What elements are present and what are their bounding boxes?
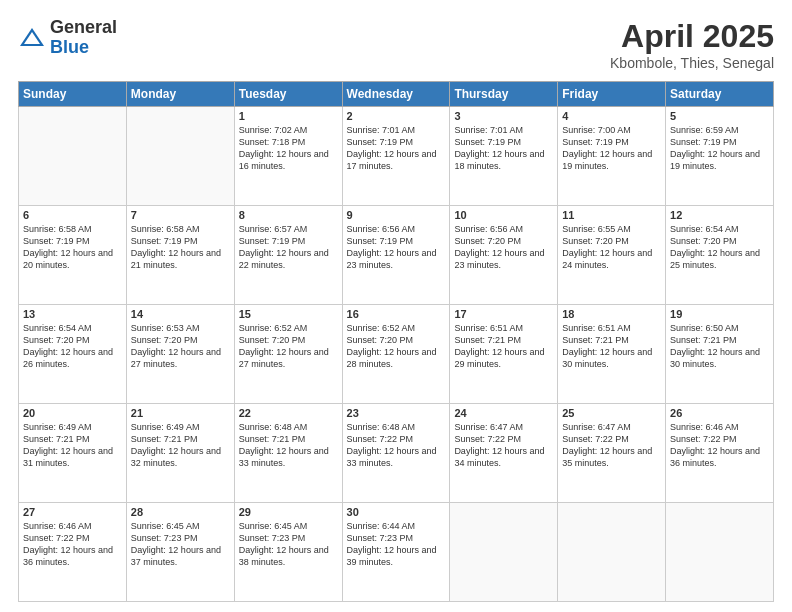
day-info: Sunrise: 6:56 AMSunset: 7:20 PMDaylight:… <box>454 223 553 272</box>
day-info: Sunrise: 7:02 AMSunset: 7:18 PMDaylight:… <box>239 124 338 173</box>
calendar-week-4: 20Sunrise: 6:49 AMSunset: 7:21 PMDayligh… <box>19 404 774 503</box>
calendar-cell <box>450 503 558 602</box>
day-info: Sunrise: 6:49 AMSunset: 7:21 PMDaylight:… <box>23 421 122 470</box>
day-info: Sunrise: 6:45 AMSunset: 7:23 PMDaylight:… <box>239 520 338 569</box>
day-number: 13 <box>23 308 122 320</box>
day-number: 6 <box>23 209 122 221</box>
calendar-cell: 10Sunrise: 6:56 AMSunset: 7:20 PMDayligh… <box>450 206 558 305</box>
day-number: 16 <box>347 308 446 320</box>
day-number: 12 <box>670 209 769 221</box>
day-number: 29 <box>239 506 338 518</box>
day-number: 1 <box>239 110 338 122</box>
day-number: 23 <box>347 407 446 419</box>
calendar-cell: 29Sunrise: 6:45 AMSunset: 7:23 PMDayligh… <box>234 503 342 602</box>
day-info: Sunrise: 6:53 AMSunset: 7:20 PMDaylight:… <box>131 322 230 371</box>
calendar-cell: 17Sunrise: 6:51 AMSunset: 7:21 PMDayligh… <box>450 305 558 404</box>
day-info: Sunrise: 6:51 AMSunset: 7:21 PMDaylight:… <box>562 322 661 371</box>
day-info: Sunrise: 6:46 AMSunset: 7:22 PMDaylight:… <box>23 520 122 569</box>
day-info: Sunrise: 6:52 AMSunset: 7:20 PMDaylight:… <box>239 322 338 371</box>
calendar-cell: 2Sunrise: 7:01 AMSunset: 7:19 PMDaylight… <box>342 107 450 206</box>
calendar-cell: 20Sunrise: 6:49 AMSunset: 7:21 PMDayligh… <box>19 404 127 503</box>
calendar-cell: 4Sunrise: 7:00 AMSunset: 7:19 PMDaylight… <box>558 107 666 206</box>
calendar-cell: 21Sunrise: 6:49 AMSunset: 7:21 PMDayligh… <box>126 404 234 503</box>
day-info: Sunrise: 6:45 AMSunset: 7:23 PMDaylight:… <box>131 520 230 569</box>
day-number: 25 <box>562 407 661 419</box>
calendar-cell: 5Sunrise: 6:59 AMSunset: 7:19 PMDaylight… <box>666 107 774 206</box>
weekday-header-wednesday: Wednesday <box>342 82 450 107</box>
weekday-header-thursday: Thursday <box>450 82 558 107</box>
day-number: 18 <box>562 308 661 320</box>
calendar-cell: 19Sunrise: 6:50 AMSunset: 7:21 PMDayligh… <box>666 305 774 404</box>
day-info: Sunrise: 6:46 AMSunset: 7:22 PMDaylight:… <box>670 421 769 470</box>
calendar-cell: 23Sunrise: 6:48 AMSunset: 7:22 PMDayligh… <box>342 404 450 503</box>
month-title: April 2025 <box>610 18 774 55</box>
day-info: Sunrise: 6:47 AMSunset: 7:22 PMDaylight:… <box>562 421 661 470</box>
page: General Blue April 2025 Kbombole, Thies,… <box>0 0 792 612</box>
calendar-cell: 12Sunrise: 6:54 AMSunset: 7:20 PMDayligh… <box>666 206 774 305</box>
title-block: April 2025 Kbombole, Thies, Senegal <box>610 18 774 71</box>
day-info: Sunrise: 6:54 AMSunset: 7:20 PMDaylight:… <box>23 322 122 371</box>
weekday-header-tuesday: Tuesday <box>234 82 342 107</box>
day-number: 30 <box>347 506 446 518</box>
day-info: Sunrise: 6:55 AMSunset: 7:20 PMDaylight:… <box>562 223 661 272</box>
calendar-cell: 1Sunrise: 7:02 AMSunset: 7:18 PMDaylight… <box>234 107 342 206</box>
weekday-header-sunday: Sunday <box>19 82 127 107</box>
day-number: 26 <box>670 407 769 419</box>
calendar-cell <box>666 503 774 602</box>
calendar-cell: 27Sunrise: 6:46 AMSunset: 7:22 PMDayligh… <box>19 503 127 602</box>
calendar-cell: 3Sunrise: 7:01 AMSunset: 7:19 PMDaylight… <box>450 107 558 206</box>
calendar-cell: 18Sunrise: 6:51 AMSunset: 7:21 PMDayligh… <box>558 305 666 404</box>
day-info: Sunrise: 7:00 AMSunset: 7:19 PMDaylight:… <box>562 124 661 173</box>
header: General Blue April 2025 Kbombole, Thies,… <box>18 18 774 71</box>
day-info: Sunrise: 6:49 AMSunset: 7:21 PMDaylight:… <box>131 421 230 470</box>
day-number: 22 <box>239 407 338 419</box>
calendar-cell: 9Sunrise: 6:56 AMSunset: 7:19 PMDaylight… <box>342 206 450 305</box>
day-number: 2 <box>347 110 446 122</box>
location-subtitle: Kbombole, Thies, Senegal <box>610 55 774 71</box>
day-number: 19 <box>670 308 769 320</box>
calendar-week-2: 6Sunrise: 6:58 AMSunset: 7:19 PMDaylight… <box>19 206 774 305</box>
logo-icon <box>18 24 46 52</box>
calendar-body: 1Sunrise: 7:02 AMSunset: 7:18 PMDaylight… <box>19 107 774 602</box>
day-info: Sunrise: 6:58 AMSunset: 7:19 PMDaylight:… <box>23 223 122 272</box>
day-number: 4 <box>562 110 661 122</box>
day-info: Sunrise: 6:56 AMSunset: 7:19 PMDaylight:… <box>347 223 446 272</box>
day-number: 5 <box>670 110 769 122</box>
day-info: Sunrise: 7:01 AMSunset: 7:19 PMDaylight:… <box>454 124 553 173</box>
day-number: 10 <box>454 209 553 221</box>
calendar-cell: 25Sunrise: 6:47 AMSunset: 7:22 PMDayligh… <box>558 404 666 503</box>
day-number: 21 <box>131 407 230 419</box>
day-number: 3 <box>454 110 553 122</box>
day-info: Sunrise: 6:44 AMSunset: 7:23 PMDaylight:… <box>347 520 446 569</box>
calendar-table: SundayMondayTuesdayWednesdayThursdayFrid… <box>18 81 774 602</box>
calendar-week-5: 27Sunrise: 6:46 AMSunset: 7:22 PMDayligh… <box>19 503 774 602</box>
day-number: 14 <box>131 308 230 320</box>
calendar-cell: 24Sunrise: 6:47 AMSunset: 7:22 PMDayligh… <box>450 404 558 503</box>
day-number: 27 <box>23 506 122 518</box>
calendar-cell: 16Sunrise: 6:52 AMSunset: 7:20 PMDayligh… <box>342 305 450 404</box>
calendar-cell: 11Sunrise: 6:55 AMSunset: 7:20 PMDayligh… <box>558 206 666 305</box>
day-number: 15 <box>239 308 338 320</box>
logo-general: General <box>50 18 117 38</box>
logo-blue: Blue <box>50 38 117 58</box>
calendar-week-1: 1Sunrise: 7:02 AMSunset: 7:18 PMDaylight… <box>19 107 774 206</box>
weekday-header-friday: Friday <box>558 82 666 107</box>
day-info: Sunrise: 6:48 AMSunset: 7:21 PMDaylight:… <box>239 421 338 470</box>
day-number: 28 <box>131 506 230 518</box>
calendar-cell: 14Sunrise: 6:53 AMSunset: 7:20 PMDayligh… <box>126 305 234 404</box>
day-info: Sunrise: 6:58 AMSunset: 7:19 PMDaylight:… <box>131 223 230 272</box>
calendar-cell <box>558 503 666 602</box>
day-info: Sunrise: 6:54 AMSunset: 7:20 PMDaylight:… <box>670 223 769 272</box>
day-info: Sunrise: 6:48 AMSunset: 7:22 PMDaylight:… <box>347 421 446 470</box>
day-info: Sunrise: 6:52 AMSunset: 7:20 PMDaylight:… <box>347 322 446 371</box>
logo: General Blue <box>18 18 117 58</box>
weekday-header-saturday: Saturday <box>666 82 774 107</box>
day-info: Sunrise: 6:59 AMSunset: 7:19 PMDaylight:… <box>670 124 769 173</box>
calendar-cell: 22Sunrise: 6:48 AMSunset: 7:21 PMDayligh… <box>234 404 342 503</box>
day-number: 11 <box>562 209 661 221</box>
day-number: 9 <box>347 209 446 221</box>
calendar-cell: 30Sunrise: 6:44 AMSunset: 7:23 PMDayligh… <box>342 503 450 602</box>
weekday-header-monday: Monday <box>126 82 234 107</box>
calendar-cell: 7Sunrise: 6:58 AMSunset: 7:19 PMDaylight… <box>126 206 234 305</box>
calendar-cell: 15Sunrise: 6:52 AMSunset: 7:20 PMDayligh… <box>234 305 342 404</box>
